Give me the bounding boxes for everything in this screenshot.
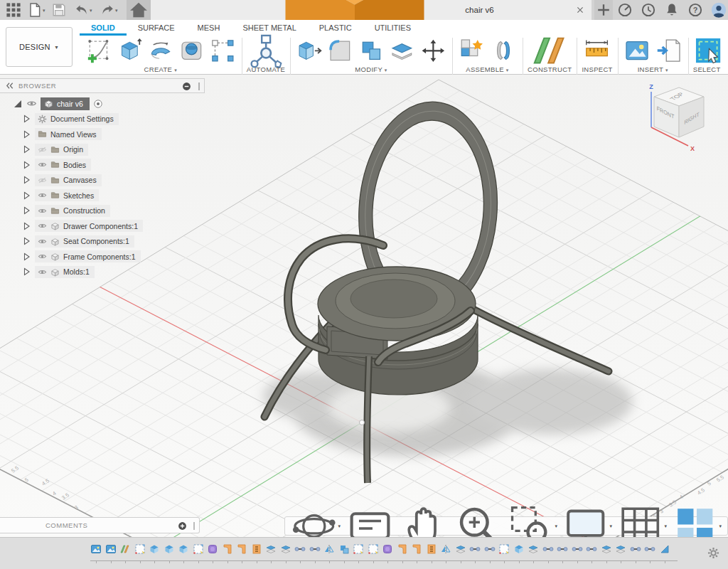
timeline-feature-pattern[interactable] [426, 543, 437, 555]
expand-triangle-icon[interactable] [21, 191, 31, 201]
visibility-eye-icon[interactable] [26, 98, 37, 109]
profile-avatar[interactable] [710, 1, 728, 18]
workspace-selector[interactable]: DESIGN▼ [6, 27, 73, 67]
timeline-feature-joint[interactable] [586, 543, 597, 555]
visibility-eye-off-icon[interactable] [38, 176, 47, 185]
timeline-feature-sketch[interactable] [193, 543, 204, 555]
browser-item-seat-components-1[interactable]: Seat Components:1 [0, 234, 205, 250]
browser-item-chip[interactable]: Document Settings [35, 113, 119, 125]
tool-extrude-button[interactable] [116, 37, 144, 65]
timeline-feature-extrude[interactable] [149, 543, 160, 555]
timeline-feature-sketch[interactable] [353, 543, 364, 555]
new-tab-button[interactable] [594, 0, 613, 20]
group-label-assemble[interactable]: ASSEMBLE ▾ [466, 65, 508, 73]
visibility-eye-icon[interactable] [38, 237, 47, 246]
browser-item-chip[interactable]: Canvases [35, 174, 102, 186]
browser-item-drawer-components-1[interactable]: Drawer Components:1 [0, 218, 205, 234]
timeline-feature-pattern[interactable] [251, 543, 262, 555]
close-tab-button[interactable] [574, 4, 586, 16]
browser-item-named-views[interactable]: Named Views [0, 127, 205, 142]
ribbon-tab-solid[interactable]: SOLID [80, 21, 127, 36]
expand-triangle-icon[interactable] [21, 129, 31, 139]
timeline-feature-sketch[interactable] [368, 543, 379, 555]
browser-item-canvases[interactable]: Canvases [0, 173, 205, 188]
undo-button[interactable] [73, 1, 91, 18]
browser-item-chip[interactable]: Drawer Components:1 [35, 220, 143, 232]
visibility-eye-icon[interactable] [38, 267, 47, 277]
tool-move-button[interactable] [419, 37, 447, 65]
timeline-feature-loft[interactable] [222, 543, 233, 555]
browser-item-document-settings[interactable]: Document Settings [0, 112, 205, 127]
extensions-button[interactable] [616, 1, 634, 18]
browser-item-chip[interactable]: Molds:1 [35, 266, 95, 278]
expand-triangle-icon[interactable] [21, 175, 31, 185]
timeline-feature-shell[interactable] [455, 543, 466, 555]
expand-triangle-icon[interactable] [21, 267, 31, 277]
timeline-feature-form[interactable] [207, 543, 218, 555]
timeline-feature-extrude[interactable] [164, 543, 175, 555]
visibility-eye-icon[interactable] [38, 252, 47, 261]
expand-triangle-icon[interactable] [21, 206, 31, 216]
browser-item-bodies[interactable]: Bodies [0, 157, 205, 173]
document-tab[interactable]: chair v6 [151, 0, 592, 20]
timeline-feature-shell[interactable] [280, 543, 291, 555]
group-label-modify[interactable]: MODIFY ▾ [355, 65, 387, 73]
file-menu-button[interactable] [26, 1, 44, 18]
timeline-feature-loft[interactable] [397, 543, 408, 555]
add-comment-button[interactable] [178, 521, 187, 531]
timeline-feature-joint[interactable] [294, 543, 306, 555]
app-grid-icon[interactable] [4, 1, 23, 18]
timeline-feature-shell[interactable] [265, 543, 277, 555]
timeline-feature-joint[interactable] [484, 543, 496, 555]
browser-item-chip[interactable]: Frame Components:1 [35, 250, 141, 262]
timeline-feature-form[interactable] [382, 543, 393, 555]
timeline-feature-extrude[interactable] [178, 543, 189, 555]
ribbon-tab-utilities[interactable]: UTILITIES [363, 21, 422, 36]
activate-component-radio[interactable] [93, 99, 103, 109]
browser-item-frame-components-1[interactable]: Frame Components:1 [0, 249, 205, 265]
browser-item-construction[interactable]: Construction [0, 203, 205, 219]
browser-item-molds-1[interactable]: Molds:1 [0, 265, 205, 280]
notifications-button[interactable] [663, 1, 681, 18]
timeline-feature-sketch[interactable] [498, 543, 510, 555]
tool-hole-button[interactable] [178, 37, 205, 65]
tool-combine-button[interactable] [358, 37, 385, 65]
tool-fillet-button[interactable] [326, 37, 354, 65]
timeline-feature-joint[interactable] [557, 543, 568, 555]
timeline-feature-shell[interactable] [615, 543, 626, 555]
tool-select-button[interactable] [693, 36, 723, 65]
timeline-feature-joint[interactable] [542, 543, 554, 555]
visibility-eye-icon[interactable] [38, 221, 47, 230]
visibility-eye-off-icon[interactable] [38, 145, 47, 154]
timeline-feature-loft[interactable] [411, 543, 422, 555]
redo-button[interactable] [98, 1, 117, 18]
timeline-ruler[interactable] [90, 560, 678, 561]
timeline-feature-shell[interactable] [528, 543, 539, 555]
browser-item-chip[interactable]: Origin [35, 144, 88, 156]
timeline-feature-joint[interactable] [309, 543, 321, 555]
timeline-feature-shell[interactable] [601, 543, 612, 555]
tool-create-sketch-button[interactable] [85, 37, 112, 65]
timeline-feature-joint[interactable] [644, 543, 655, 555]
timeline-feature-rib[interactable] [659, 543, 670, 555]
browser-item-sketches[interactable]: Sketches [0, 188, 205, 203]
timeline-feature-sketch[interactable] [134, 543, 146, 555]
file-menu-caret[interactable]: ▾ [43, 8, 46, 14]
tool-insert-mesh-button[interactable] [655, 36, 683, 65]
help-button[interactable]: ? [686, 1, 705, 18]
undo-caret[interactable]: ▾ [90, 8, 92, 14]
comments-resize-handle[interactable] [193, 522, 195, 530]
timeline-feature-plane[interactable] [119, 543, 131, 555]
minimize-browser-icon[interactable] [182, 82, 191, 91]
tool-automate-button[interactable] [247, 31, 285, 70]
tool-offset-face-button[interactable] [388, 37, 416, 65]
tool-insert-canvas-button[interactable] [623, 36, 651, 65]
timeline-feature-mirror[interactable] [323, 543, 335, 555]
expand-triangle-icon[interactable] [21, 114, 31, 124]
browser-item-chip[interactable]: Named Views [35, 128, 102, 140]
tool-revolve-button[interactable] [146, 37, 174, 65]
browser-item-chip[interactable]: Sketches [35, 189, 99, 201]
browser-item-root[interactable]: chair v6 [0, 96, 205, 112]
collapse-panel-icon[interactable] [5, 81, 14, 90]
tool-new-component-button[interactable] [457, 36, 486, 65]
